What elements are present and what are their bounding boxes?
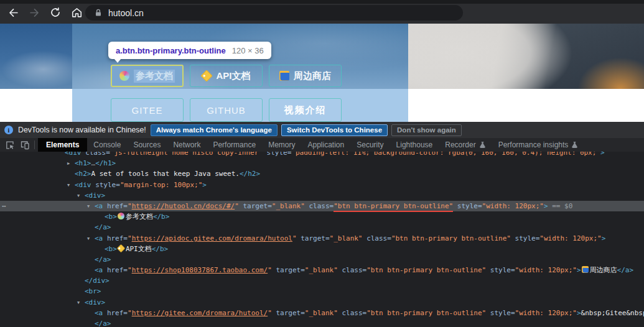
code-token: <h2> [75,170,91,178]
docs-button[interactable]: 参考文档 [111,65,184,87]
dom-tree-node[interactable]: <h2>A set of tools that keep Java sweet.… [0,168,644,179]
reload-icon[interactable] [47,4,63,21]
dom-tree-node[interactable]: </div> [0,275,644,286]
dom-tree-node[interactable]: ▼<a href="https://apidoc.gitee.com/droma… [0,233,644,244]
github-button[interactable]: GITHUB [190,98,263,122]
hero-image-left [0,24,72,89]
code-token: target= [301,234,329,242]
tab-recorder[interactable]: Recorder [439,138,492,152]
tab-lighthouse[interactable]: Lighthouse [390,138,439,152]
tab-label: Network [173,140,200,149]
code-token: " [268,266,272,274]
api-docs-button[interactable]: API文档 [190,65,263,87]
dom-tree-node[interactable]: </a> [0,222,644,233]
tab-sources[interactable]: Sources [127,138,167,152]
dom-tree-node[interactable]: <div class="js-fullheight home hisco cop… [0,152,644,158]
code-token: </a> [95,256,111,264]
dom-tree-node[interactable]: ▼<div> [0,190,644,201]
dom-tree-node-selected[interactable]: ▼⋯<a href="https://hutool.cn/docs/#/" ta… [0,201,644,211]
code-token: href= [107,202,128,210]
back-icon[interactable] [5,4,21,21]
dom-tree-node[interactable]: <br> [0,286,644,297]
expand-arrow-down-icon[interactable]: ▼ [67,180,70,191]
address-bar[interactable]: hutool.cn [85,5,463,21]
code-token: "width: 120px;" [482,202,544,210]
tab-console[interactable]: Console [87,138,127,152]
switch-devtools-chinese-button[interactable]: Switch DevTools to Chinese [281,124,388,136]
tab-label: Performance insights [498,140,569,149]
dom-tree-node[interactable]: </a> [0,254,644,265]
expand-arrow-right-icon[interactable]: ▶ [67,159,70,169]
dom-tree-node[interactable]: ▶<h1>…</h1> [0,158,644,168]
tab-label: Console [93,140,121,149]
dont-show-again-button[interactable]: Don't show again [391,124,462,136]
code-token: "btn btn-primary btn-outline" [366,266,486,274]
tab-memory[interactable]: Memory [262,138,301,152]
forward-icon[interactable] [26,4,42,21]
home-icon[interactable] [68,4,85,21]
dom-tree-node[interactable]: </a> [0,318,644,327]
gitee-button[interactable]: GITEE [111,98,184,122]
shop-button[interactable]: 周边商店 [269,65,342,87]
always-match-language-button[interactable]: Always match Chrome's language [151,124,278,136]
code-token: style= [457,202,482,210]
code-token: " [128,234,132,242]
expand-arrow-down-icon[interactable]: ▼ [87,201,90,212]
code-token: <div> [85,191,105,200]
code-token: https://hutool.cn/docs/#/ [132,202,235,210]
expand-arrow-down-icon[interactable]: ▼ [87,234,90,244]
code-token: "width: 120px;" [515,309,577,317]
code-token: <div [65,152,85,157]
node-options-dots-icon[interactable]: ⋯ [2,201,7,211]
code-token: <div> [85,298,105,306]
code-token: "width: 120px;" [539,234,601,242]
info-icon: i [4,126,13,134]
expand-arrow-down-icon[interactable]: ▼ [77,191,80,201]
code-token: 周边商店 [590,266,617,274]
code-token: " [268,309,272,317]
code-token: href= [107,266,128,274]
inspect-element-icon[interactable] [2,139,17,151]
code-token [511,234,515,242]
tab-performance-insights[interactable]: Performance insights [492,138,585,152]
devtools-language-banner: i DevTools is now available in Chinese! … [0,122,644,138]
tab-label: Elements [46,140,79,149]
device-toolbar-icon[interactable] [17,139,32,151]
hero-image-right [408,24,644,89]
tab-elements[interactable]: Elements [38,138,87,152]
dom-tree-node[interactable]: <a href="https://gitee.com/dromara/hutoo… [0,308,644,318]
url-text: hutool.cn [108,8,144,18]
code-token: </a> [95,223,111,231]
shopping-bag-icon [279,71,289,81]
code-token: style= [515,234,540,242]
dom-tree-node[interactable]: <b>API文档</b> [0,244,644,254]
code-token: target= [276,266,304,274]
tab-label: Application [307,140,344,149]
github-button-label: GITHUB [207,105,246,116]
code-token: "width: 120px;" [515,266,577,274]
dom-tree-node[interactable]: ▼<div style="margin-top: 100px;"> [0,180,644,190]
code-token: </h1> [95,159,116,167]
dom-tree-node[interactable]: ▼<div> [0,297,644,308]
tab-application[interactable]: Application [301,138,350,152]
code-token [486,266,490,274]
code-token: target= [276,309,304,317]
dom-tree-node[interactable]: <a href="https://shop108037867.taobao.co… [0,265,644,275]
video-intro-button[interactable]: 视频介绍 [269,98,342,122]
code-token: <a [95,266,107,274]
code-token: </b> [152,245,169,253]
code-token: " [292,234,297,242]
dom-tree-node[interactable]: <b>参考文档</b> [0,211,644,222]
tab-label: Recorder [445,140,475,149]
code-token: "padding-left: 11%; background-color: rg… [291,152,600,157]
code-token: https://gitee.com/dromara/hutool/ [132,309,268,317]
code-token: > [577,266,581,274]
expand-arrow-down-icon[interactable]: ▼ [77,298,80,308]
code-token: > [600,152,605,157]
tab-security[interactable]: Security [350,138,390,152]
tab-performance[interactable]: Performance [207,138,262,152]
code-token: </div> [85,277,110,285]
tab-network[interactable]: Network [167,138,207,152]
code-token: </b> [153,213,170,221]
code-token: "_blank" [305,266,338,274]
